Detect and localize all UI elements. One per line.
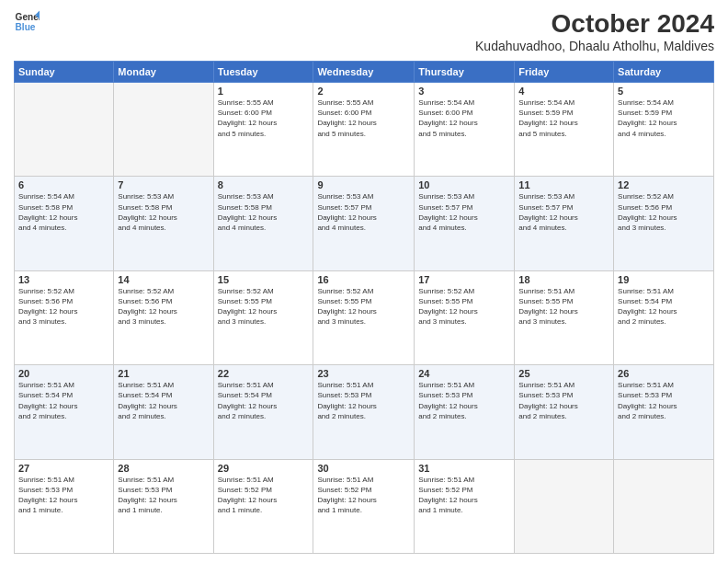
calendar-cell: 18Sunrise: 5:51 AM Sunset: 5:55 PM Dayli…: [515, 270, 614, 364]
day-number: 7: [118, 179, 209, 190]
day-number: 21: [118, 368, 209, 379]
logo: General Blue: [14, 9, 41, 35]
day-info: Sunrise: 5:51 AM Sunset: 5:52 PM Dayligh…: [317, 475, 410, 516]
weekday-header-wednesday: Wednesday: [313, 62, 415, 83]
calendar-cell: 16Sunrise: 5:52 AM Sunset: 5:55 PM Dayli…: [313, 270, 415, 364]
day-info: Sunrise: 5:52 AM Sunset: 5:56 PM Dayligh…: [118, 286, 209, 327]
calendar-cell: 26Sunrise: 5:51 AM Sunset: 5:53 PM Dayli…: [614, 365, 714, 459]
day-info: Sunrise: 5:53 AM Sunset: 5:58 PM Dayligh…: [218, 191, 310, 233]
calendar-cell: 9Sunrise: 5:53 AM Sunset: 5:57 PM Daylig…: [313, 177, 415, 270]
day-info: Sunrise: 5:51 AM Sunset: 5:53 PM Dayligh…: [317, 380, 410, 421]
day-info: Sunrise: 5:55 AM Sunset: 6:00 PM Dayligh…: [218, 98, 310, 139]
svg-text:Blue: Blue: [16, 22, 36, 32]
day-number: 26: [618, 368, 710, 379]
day-info: Sunrise: 5:51 AM Sunset: 5:53 PM Dayligh…: [418, 380, 510, 421]
day-info: Sunrise: 5:51 AM Sunset: 5:54 PM Dayligh…: [218, 380, 310, 421]
day-number: 8: [218, 179, 310, 190]
day-number: 2: [317, 86, 410, 97]
calendar-cell: [614, 459, 714, 553]
day-info: Sunrise: 5:54 AM Sunset: 5:59 PM Dayligh…: [618, 98, 710, 139]
day-number: 20: [18, 368, 109, 379]
day-number: 6: [18, 179, 109, 190]
calendar-cell: 17Sunrise: 5:52 AM Sunset: 5:55 PM Dayli…: [415, 270, 515, 364]
calendar-table: SundayMondayTuesdayWednesdayThursdayFrid…: [14, 61, 714, 554]
calendar-cell: 10Sunrise: 5:53 AM Sunset: 5:57 PM Dayli…: [415, 177, 515, 270]
svg-text:General: General: [16, 12, 40, 22]
calendar-cell: 7Sunrise: 5:53 AM Sunset: 5:58 PM Daylig…: [114, 177, 213, 270]
day-info: Sunrise: 5:54 AM Sunset: 6:00 PM Dayligh…: [418, 98, 510, 139]
day-number: 3: [418, 86, 510, 97]
calendar-cell: 30Sunrise: 5:51 AM Sunset: 5:52 PM Dayli…: [313, 459, 415, 553]
calendar-cell: [15, 83, 114, 177]
day-number: 23: [317, 368, 410, 379]
calendar-cell: 1Sunrise: 5:55 AM Sunset: 6:00 PM Daylig…: [213, 83, 313, 177]
logo-icon: General Blue: [14, 9, 40, 35]
day-info: Sunrise: 5:53 AM Sunset: 5:58 PM Dayligh…: [118, 191, 209, 233]
main-title: October 2024: [475, 9, 714, 39]
day-number: 9: [317, 179, 410, 190]
day-number: 28: [118, 463, 209, 474]
calendar-cell: 8Sunrise: 5:53 AM Sunset: 5:58 PM Daylig…: [213, 177, 313, 270]
day-number: 24: [418, 368, 510, 379]
calendar-cell: 6Sunrise: 5:54 AM Sunset: 5:58 PM Daylig…: [15, 177, 114, 270]
weekday-header-friday: Friday: [515, 62, 614, 83]
day-info: Sunrise: 5:54 AM Sunset: 5:58 PM Dayligh…: [18, 191, 109, 233]
calendar-week-row-4: 20Sunrise: 5:51 AM Sunset: 5:54 PM Dayli…: [15, 365, 714, 459]
calendar-cell: 25Sunrise: 5:51 AM Sunset: 5:53 PM Dayli…: [515, 365, 614, 459]
calendar-cell: [114, 83, 213, 177]
day-number: 29: [218, 463, 310, 474]
day-info: Sunrise: 5:52 AM Sunset: 5:55 PM Dayligh…: [218, 286, 310, 327]
calendar-week-row-1: 1Sunrise: 5:55 AM Sunset: 6:00 PM Daylig…: [15, 83, 714, 177]
day-info: Sunrise: 5:51 AM Sunset: 5:55 PM Dayligh…: [518, 286, 609, 327]
day-number: 11: [518, 179, 609, 190]
day-number: 10: [418, 179, 510, 190]
day-info: Sunrise: 5:51 AM Sunset: 5:53 PM Dayligh…: [118, 475, 209, 516]
calendar-cell: 13Sunrise: 5:52 AM Sunset: 5:56 PM Dayli…: [15, 270, 114, 364]
day-number: 31: [418, 463, 510, 474]
calendar-cell: 12Sunrise: 5:52 AM Sunset: 5:56 PM Dayli…: [614, 177, 714, 270]
day-number: 14: [118, 274, 209, 285]
weekday-header-row: SundayMondayTuesdayWednesdayThursdayFrid…: [15, 62, 714, 83]
day-info: Sunrise: 5:51 AM Sunset: 5:53 PM Dayligh…: [518, 380, 609, 421]
day-info: Sunrise: 5:52 AM Sunset: 5:55 PM Dayligh…: [317, 286, 410, 327]
day-number: 15: [218, 274, 310, 285]
calendar-week-row-5: 27Sunrise: 5:51 AM Sunset: 5:53 PM Dayli…: [15, 459, 714, 553]
day-number: 18: [518, 274, 609, 285]
day-info: Sunrise: 5:51 AM Sunset: 5:53 PM Dayligh…: [18, 475, 109, 516]
calendar-cell: 31Sunrise: 5:51 AM Sunset: 5:52 PM Dayli…: [415, 459, 515, 553]
calendar-cell: 20Sunrise: 5:51 AM Sunset: 5:54 PM Dayli…: [15, 365, 114, 459]
calendar-cell: 19Sunrise: 5:51 AM Sunset: 5:54 PM Dayli…: [614, 270, 714, 364]
day-number: 13: [18, 274, 109, 285]
day-number: 25: [518, 368, 609, 379]
day-info: Sunrise: 5:51 AM Sunset: 5:54 PM Dayligh…: [118, 380, 209, 421]
weekday-header-sunday: Sunday: [15, 62, 114, 83]
day-info: Sunrise: 5:51 AM Sunset: 5:54 PM Dayligh…: [18, 380, 109, 421]
day-number: 12: [618, 179, 710, 190]
calendar-cell: 22Sunrise: 5:51 AM Sunset: 5:54 PM Dayli…: [213, 365, 313, 459]
subtitle: Kudahuvadhoo, Dhaalu Atholhu, Maldives: [475, 39, 714, 53]
day-info: Sunrise: 5:52 AM Sunset: 5:55 PM Dayligh…: [418, 286, 510, 327]
weekday-header-monday: Monday: [114, 62, 213, 83]
day-info: Sunrise: 5:51 AM Sunset: 5:52 PM Dayligh…: [418, 475, 510, 516]
calendar-week-row-3: 13Sunrise: 5:52 AM Sunset: 5:56 PM Dayli…: [15, 270, 714, 364]
day-info: Sunrise: 5:55 AM Sunset: 6:00 PM Dayligh…: [317, 98, 410, 139]
weekday-header-thursday: Thursday: [415, 62, 515, 83]
calendar-cell: 29Sunrise: 5:51 AM Sunset: 5:52 PM Dayli…: [213, 459, 313, 553]
title-block: October 2024 Kudahuvadhoo, Dhaalu Atholh…: [475, 9, 714, 53]
day-info: Sunrise: 5:52 AM Sunset: 5:56 PM Dayligh…: [18, 286, 109, 327]
calendar-cell: 5Sunrise: 5:54 AM Sunset: 5:59 PM Daylig…: [614, 83, 714, 177]
day-number: 30: [317, 463, 410, 474]
calendar-cell: 4Sunrise: 5:54 AM Sunset: 5:59 PM Daylig…: [515, 83, 614, 177]
calendar-cell: 3Sunrise: 5:54 AM Sunset: 6:00 PM Daylig…: [415, 83, 515, 177]
day-info: Sunrise: 5:51 AM Sunset: 5:54 PM Dayligh…: [618, 286, 710, 327]
day-info: Sunrise: 5:53 AM Sunset: 5:57 PM Dayligh…: [317, 191, 410, 233]
calendar-cell: 24Sunrise: 5:51 AM Sunset: 5:53 PM Dayli…: [415, 365, 515, 459]
calendar-cell: 15Sunrise: 5:52 AM Sunset: 5:55 PM Dayli…: [213, 270, 313, 364]
day-number: 16: [317, 274, 410, 285]
day-number: 27: [18, 463, 109, 474]
day-info: Sunrise: 5:51 AM Sunset: 5:52 PM Dayligh…: [218, 475, 310, 516]
calendar-cell: 11Sunrise: 5:53 AM Sunset: 5:57 PM Dayli…: [515, 177, 614, 270]
calendar-cell: [515, 459, 614, 553]
day-info: Sunrise: 5:53 AM Sunset: 5:57 PM Dayligh…: [518, 191, 609, 233]
calendar-cell: 23Sunrise: 5:51 AM Sunset: 5:53 PM Dayli…: [313, 365, 415, 459]
